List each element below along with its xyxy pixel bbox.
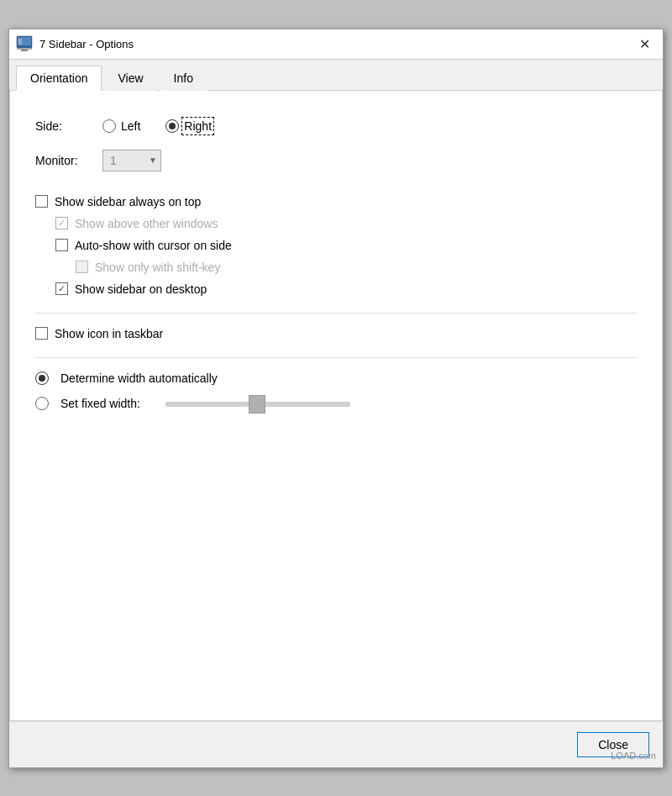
tab-orientation[interactable]: Orientation [16,66,102,91]
fixed-width-row: Set fixed width: [35,397,637,410]
monitor-select[interactable]: 1 ▼ [102,150,161,171]
tab-view[interactable]: View [103,66,157,91]
checkbox-above-windows-label: Show above other windows [75,217,218,230]
width-slider-track[interactable] [165,402,350,407]
checkbox-show-desktop-check: ✓ [58,284,66,293]
checkbox-above-windows-box: ✓ [55,217,68,229]
radio-left-item[interactable]: Left [102,119,140,133]
content-area: Side: Left Right Monitor: 1 ▼ [9,91,663,721]
radio-right-item[interactable]: Right [165,119,212,133]
radio-fixed-width-label: Set fixed width: [60,397,140,410]
app-icon [16,35,33,52]
radio-right-circle [165,119,179,133]
radio-fixed-width-circle [35,397,49,410]
monitor-label: Monitor: [35,154,86,167]
close-window-button[interactable]: ✕ [633,32,656,55]
watermark-text: LOAD.com [611,751,656,761]
svg-rect-2 [17,48,32,50]
main-window: 7 Sidebar - Options ✕ Orientation View I… [8,29,664,768]
checkbox-shift-key-box [76,261,88,273]
checkbox-auto-show[interactable]: Auto-show with cursor on side [55,239,637,252]
radio-left-circle [102,119,116,133]
checkbox-auto-show-label: Auto-show with cursor on side [75,239,232,252]
radio-fixed-width[interactable]: Set fixed width: [35,397,140,410]
window-title: 7 Sidebar - Options [39,38,134,50]
select-arrow-icon: ▼ [149,156,157,165]
monitor-row: Monitor: 1 ▼ [35,150,637,171]
width-slider-thumb[interactable] [249,395,265,414]
checkbox-shift-key: Show only with shift-key [76,261,637,274]
checkbox-show-desktop-box: ✓ [55,282,68,295]
side-radio-group: Left Right [102,119,212,133]
checkbox-above-windows-check: ✓ [58,219,66,228]
watermark: LOAD.com [611,751,656,761]
checkbox-auto-show-box [55,239,68,251]
title-bar: 7 Sidebar - Options ✕ [9,29,663,60]
checkbox-show-desktop[interactable]: ✓ Show sidebar on desktop [55,282,637,296]
checkbox-always-on-top-label: Show sidebar always on top [55,195,201,208]
side-row: Side: Left Right [35,119,637,133]
tab-bar: Orientation View Info [9,60,663,91]
side-label: Side: [35,119,86,133]
divider-1 [35,313,637,314]
checkbox-always-on-top-box [35,195,48,208]
checkbox-show-icon-label: Show icon in taskbar [55,327,163,340]
footer: Close LOAD.com [9,721,663,767]
radio-auto-width[interactable]: Determine width automatically [35,372,637,385]
checkboxes-section: Show sidebar always on top ✓ Show above … [35,195,637,296]
radio-left-label: Left [121,119,140,133]
checkbox-above-windows: ✓ Show above other windows [55,217,637,230]
checkbox-show-desktop-label: Show sidebar on desktop [75,282,207,296]
checkbox-always-on-top[interactable]: Show sidebar always on top [35,195,637,208]
title-bar-left: 7 Sidebar - Options [16,35,134,52]
radio-right-label: Right [184,119,212,133]
checkbox-show-icon[interactable]: Show icon in taskbar [35,327,637,340]
monitor-value: 1 [110,154,117,167]
radio-auto-width-circle [35,372,49,385]
checkbox-shift-key-label: Show only with shift-key [95,261,220,274]
svg-rect-3 [21,50,28,51]
radio-auto-width-label: Determine width automatically [60,372,218,385]
svg-rect-4 [18,39,22,45]
tab-info[interactable]: Info [160,66,207,91]
checkbox-show-icon-box [35,327,48,340]
divider-2 [35,357,637,358]
